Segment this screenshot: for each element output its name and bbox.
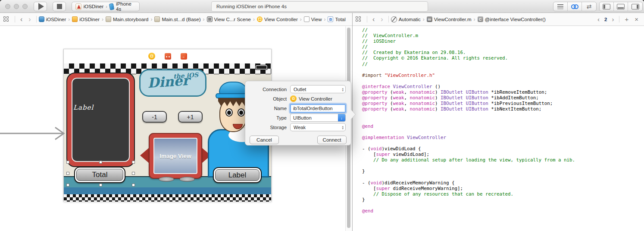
related-items-icon[interactable] <box>3 16 9 22</box>
version-editor-button[interactable]: ⇄ <box>582 2 596 11</box>
breadcrumb-label: iOSDiner <box>79 17 100 22</box>
run-button[interactable] <box>34 2 47 11</box>
connect-button[interactable]: Connect <box>317 136 347 144</box>
name-input[interactable]: ibTotalOrderButton <box>290 104 346 113</box>
breadcrumb-item-main-storyboard[interactable]: Main.storyboard <box>106 16 148 22</box>
breadcrumb-label: Total <box>335 17 345 22</box>
forward-button[interactable]: › <box>25 16 34 23</box>
view-toggle-segment <box>599 2 643 11</box>
breadcrumb-separator: › <box>474 16 475 22</box>
assistant-editor-button[interactable] <box>568 2 582 11</box>
breadcrumb-separator: › <box>300 16 302 22</box>
code-line: // <box>362 44 575 50</box>
breadcrumb-item-total-button[interactable]: BTotal <box>328 16 345 22</box>
chalkboard[interactable]: Label <box>66 73 135 167</box>
connection-value: Outlet <box>294 87 306 92</box>
zoom-button[interactable] <box>22 4 28 9</box>
stop-button[interactable] <box>53 2 66 11</box>
chevron-down-icon[interactable]: ⱼ <box>338 114 345 122</box>
breadcrumb-label: Automatic <box>399 17 421 22</box>
related-items-icon[interactable] <box>356 16 361 22</box>
code-line: } <box>362 197 575 203</box>
tv-leg <box>159 177 174 182</box>
code-line <box>362 140 575 146</box>
editor-content: → Label the iOS Diner <box>0 26 644 231</box>
selection-handle[interactable] <box>66 172 69 175</box>
exit-icon[interactable]: → <box>181 53 187 60</box>
selection-handle[interactable] <box>66 184 69 187</box>
version-editor-icon: ⇄ <box>587 3 592 9</box>
breadcrumb-separator: › <box>68 16 70 22</box>
code-line: @interface ViewController () <box>362 84 575 89</box>
back-button[interactable]: ‹ <box>17 16 25 23</box>
breadcrumb-item-view[interactable]: View <box>304 16 322 22</box>
cancel-button[interactable]: Cancel <box>250 136 279 144</box>
image-view[interactable]: Image View <box>149 133 202 179</box>
pane-divider[interactable] <box>352 13 353 231</box>
add-editor-button[interactable]: + <box>622 16 631 23</box>
previous-item-arrow[interactable] <box>140 148 149 163</box>
code-text[interactable]: //// ViewController.m// iOSDiner//// Cre… <box>362 27 575 214</box>
breadcrumb-label: @interface ViewController() <box>485 17 546 22</box>
chalkboard-label[interactable]: Label <box>73 104 94 111</box>
breadcrumb-item-view-controller-scene[interactable]: View C...r Scene <box>207 16 251 22</box>
selection-handle[interactable] <box>132 161 135 164</box>
back-button[interactable]: ‹ <box>369 16 378 23</box>
breadcrumb-item-view-controller[interactable]: View Controller <box>257 16 298 22</box>
mfile-icon: m <box>427 16 432 22</box>
close-button[interactable] <box>5 4 10 9</box>
folder-icon <box>72 16 78 22</box>
code-line <box>362 78 575 84</box>
price-label-button[interactable]: Label <box>213 167 262 183</box>
counter-next-button[interactable]: › <box>609 16 617 23</box>
code-line <box>362 112 575 117</box>
scheme-project: iOSDiner <box>84 4 104 9</box>
connection-drag-arrow <box>0 126 69 143</box>
breadcrumb-item-viewcontroller-m[interactable]: mViewController.m <box>427 16 472 22</box>
breadcrumb-item-project-iosdiner[interactable]: iOSDiner <box>39 16 66 22</box>
view-controller-icon[interactable] <box>148 53 155 60</box>
breadcrumb-label: Main.storyboard <box>113 17 148 22</box>
source-editor[interactable]: //// ViewController.m// iOSDiner//// Cre… <box>353 26 644 231</box>
code-line: // ViewController.m <box>362 33 575 38</box>
minimize-button[interactable] <box>14 4 19 9</box>
first-responder-icon[interactable] <box>165 53 171 60</box>
breadcrumb-item-main-storyboard-base[interactable]: Main.st...d (Base) <box>154 16 200 22</box>
connection-popup[interactable]: Outlet ▴▾ <box>290 85 346 93</box>
selection-handle[interactable] <box>132 172 135 175</box>
counter-prev-button[interactable]: ‹ <box>594 16 603 23</box>
code-line: // <box>362 27 575 33</box>
debug-area-toggle-button[interactable] <box>614 2 628 11</box>
breadcrumb-item-interface-viewcontroller[interactable]: C@interface ViewController() <box>478 16 546 22</box>
selection-handle[interactable] <box>66 161 69 164</box>
forward-button[interactable]: › <box>378 16 386 23</box>
storage-popup[interactable]: Weak ▴▾ <box>290 123 346 131</box>
standard-editor-button[interactable] <box>553 2 568 11</box>
view-controller-scene[interactable]: → Label the iOS Diner <box>63 49 272 202</box>
plus-one-button[interactable]: +1 <box>178 111 203 123</box>
minus-one-button[interactable]: -1 <box>142 111 167 123</box>
scheme-selector[interactable]: iOSDiner › iPhone 4s <box>72 2 140 11</box>
checker-band-bottom <box>64 194 271 202</box>
inspector-toggle-button[interactable] <box>628 2 642 11</box>
selection-handle[interactable] <box>132 184 135 187</box>
selection-handle[interactable] <box>99 161 102 164</box>
inspector-panel-icon <box>631 4 639 9</box>
code-line: [super viewDidLoad]; <box>362 152 575 157</box>
breadcrumb-separator: › <box>324 16 325 22</box>
code-line: // Created by Ekaterina on 29.08.16. <box>362 50 575 55</box>
code-line <box>362 67 575 73</box>
code-line: // Dispose of any resources that can be … <box>362 191 575 197</box>
close-editor-button[interactable]: × <box>631 16 641 23</box>
breadcrumb-item-folder-iosdiner[interactable]: iOSDiner <box>72 16 100 22</box>
code-line: - (void)viewDidLoad { <box>362 146 575 152</box>
image-view-screen: Image View <box>153 138 197 174</box>
code-line <box>362 174 575 180</box>
selection-handle[interactable] <box>99 184 102 187</box>
scene-dock: → <box>64 49 271 63</box>
breadcrumb-item-automatic[interactable]: Automatic <box>391 16 421 22</box>
app-view[interactable]: Label the iOS Diner -1 +1 <box>64 63 271 202</box>
navigator-toggle-button[interactable] <box>600 2 614 11</box>
type-combo[interactable]: UIButton ⱼ <box>290 114 346 122</box>
total-order-button[interactable]: Total <box>74 167 125 183</box>
